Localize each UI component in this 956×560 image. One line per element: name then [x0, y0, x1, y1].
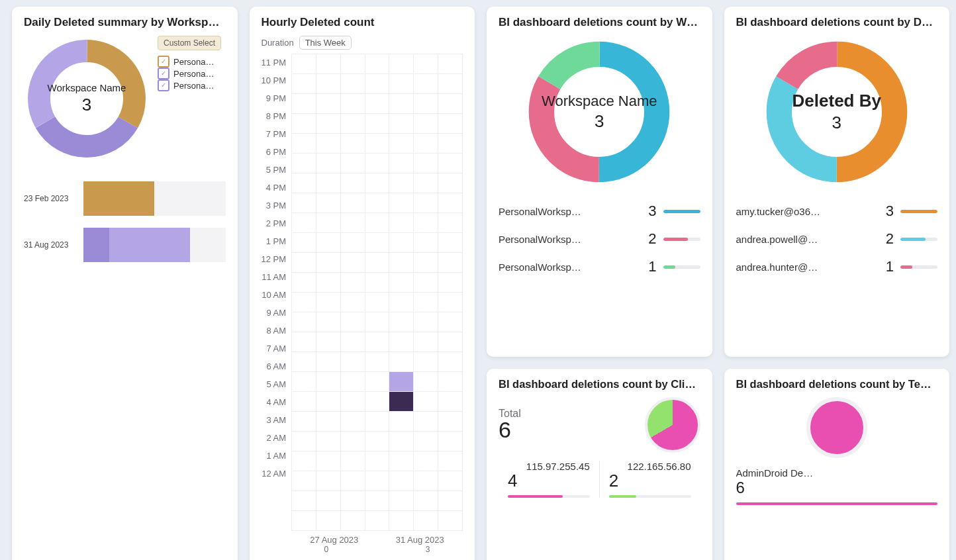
- heatmap-cell: [365, 412, 389, 432]
- heatmap-cell: [365, 372, 389, 392]
- heatmap-cell: [389, 193, 414, 213]
- heatmap-cell: [414, 233, 438, 253]
- heatmap-cell: [414, 392, 438, 412]
- heatmap-cell: [292, 511, 316, 531]
- donut-chart-workspace[interactable]: Workspace Name 3: [523, 36, 675, 188]
- heatmap-cell: [438, 511, 463, 531]
- heatmap-cell: [414, 213, 438, 233]
- legend-row[interactable]: PersonalWorksp… 2: [499, 225, 700, 253]
- legend-name: PersonalWorksp…: [499, 206, 636, 217]
- legend-value: 1: [642, 258, 657, 275]
- heatmap-cell: [316, 432, 340, 451]
- y-tick: 1 PM: [266, 232, 286, 250]
- heatmap-cell: [340, 372, 365, 392]
- client-ip-column[interactable]: 115.97.255.45 4: [499, 461, 599, 498]
- heatmap-cell: [316, 332, 340, 352]
- heatmap-cell: [438, 471, 463, 491]
- heatmap-chart[interactable]: 11 PM10 PM9 PM8 PM7 PM6 PM5 PM4 PM3 PM2 …: [262, 54, 463, 560]
- heatmap-cell: [365, 213, 389, 233]
- checkbox-icon: ✓: [158, 79, 169, 91]
- heatmap-cell: [292, 332, 316, 352]
- legend-row[interactable]: andrea.powell@… 2: [736, 225, 938, 253]
- heatmap-cell: [414, 451, 438, 471]
- heatmap-cell: [340, 74, 365, 94]
- legend-bar: [900, 238, 937, 241]
- heatmap-cell: [365, 94, 389, 114]
- heatmap-cell: [438, 134, 463, 154]
- heatmap-cell: [438, 94, 463, 114]
- heatmap-cell: [365, 332, 389, 352]
- card-title: BI dashboard deletions count by Client…: [499, 378, 700, 391]
- legend-bar: [663, 265, 700, 269]
- legend-row[interactable]: PersonalWorksp… 3: [499, 197, 700, 225]
- heatmap-cell: [365, 273, 389, 293]
- heatmap-cell: [414, 114, 438, 134]
- heatmap-cell: [316, 491, 340, 511]
- heatmap-cell: [438, 491, 463, 511]
- heatmap-cell: [414, 332, 438, 352]
- y-tick: 9 AM: [266, 304, 286, 322]
- heatmap-cell: [292, 134, 316, 154]
- legend-item[interactable]: ✓Persona…: [158, 68, 217, 79]
- pie-chart-tenant[interactable]: [806, 397, 867, 458]
- duration-selector[interactable]: This Week: [299, 36, 352, 50]
- heatmap-cell: [340, 154, 365, 173]
- heatmap-cell: [389, 332, 414, 352]
- custom-select-button[interactable]: Custom Select: [158, 36, 221, 50]
- heatmap-cell: [414, 253, 438, 273]
- legend-item[interactable]: ✓Persona…: [158, 79, 217, 91]
- donut-center-value: 3: [595, 111, 604, 132]
- stacked-bar-row[interactable]: 23 Feb 2023: [24, 181, 226, 216]
- tenant-bar: [736, 502, 938, 505]
- heatmap-cell: [389, 273, 414, 293]
- heatmap-cell: [316, 114, 340, 134]
- heatmap-cell: [414, 491, 438, 511]
- checkbox-icon: ✓: [158, 68, 169, 79]
- heatmap-cell: [340, 54, 365, 74]
- heatmap-cell: [340, 134, 365, 154]
- heatmap-cell: [365, 233, 389, 253]
- donut-center-value: 3: [832, 113, 841, 133]
- heatmap-cell: [340, 253, 365, 273]
- heatmap-cell: [438, 352, 463, 372]
- y-tick: 11 AM: [262, 268, 286, 286]
- heatmap-cell: [389, 312, 414, 332]
- heatmap-cell: [316, 173, 340, 193]
- heatmap-cell: [365, 134, 389, 154]
- bar-segment: [83, 181, 154, 216]
- heatmap-cell: [316, 511, 340, 531]
- client-ip-column[interactable]: 122.165.56.80 2: [599, 461, 700, 498]
- heatmap-cell: [340, 491, 365, 511]
- y-tick: 7 PM: [266, 125, 286, 143]
- heatmap-cell: [389, 154, 414, 173]
- pie-chart-client-ip[interactable]: [645, 397, 700, 453]
- donut-chart-workspace-summary[interactable]: Workspace Name 3: [24, 36, 150, 162]
- donut-chart-deleted-by[interactable]: Deleted By 3: [761, 36, 913, 188]
- client-ip-count: 4: [508, 471, 590, 491]
- legend-value: 3: [642, 203, 657, 220]
- stacked-bar-row[interactable]: 31 Aug 2023: [24, 228, 226, 262]
- legend-custom-select-group: Custom Select ✓Persona…✓Persona…✓Persona…: [158, 36, 221, 91]
- heatmap-cell: [292, 253, 316, 273]
- tenant-name: AdminDroid De…: [736, 467, 938, 479]
- heatmap-cell: [414, 74, 438, 94]
- legend-item[interactable]: ✓Persona…: [158, 56, 217, 68]
- heatmap-cell: [365, 154, 389, 173]
- legend-row[interactable]: amy.tucker@o36… 3: [736, 197, 938, 225]
- heatmap-cell: [438, 114, 463, 134]
- x-tick: 27 Aug 2023: [310, 535, 358, 545]
- legend-row[interactable]: andrea.hunter@… 1: [736, 253, 938, 281]
- y-tick: 2 AM: [266, 429, 286, 447]
- heatmap-cell: [389, 74, 414, 94]
- heatmap-cell: [438, 193, 463, 213]
- legend-row[interactable]: PersonalWorksp… 1: [499, 253, 700, 281]
- heatmap-cell: [292, 74, 316, 94]
- heatmap-cell: [316, 154, 340, 173]
- heatmap-cell: [292, 412, 316, 432]
- y-tick: 1 AM: [266, 447, 286, 465]
- heatmap-cell: [292, 193, 316, 213]
- card-title: Daily Deleted summary by Workspace N…: [24, 16, 226, 29]
- card-title: BI dashboard deletions count by Work…: [499, 16, 700, 29]
- legend-value: 2: [642, 230, 657, 248]
- y-tick: 9 PM: [266, 89, 286, 107]
